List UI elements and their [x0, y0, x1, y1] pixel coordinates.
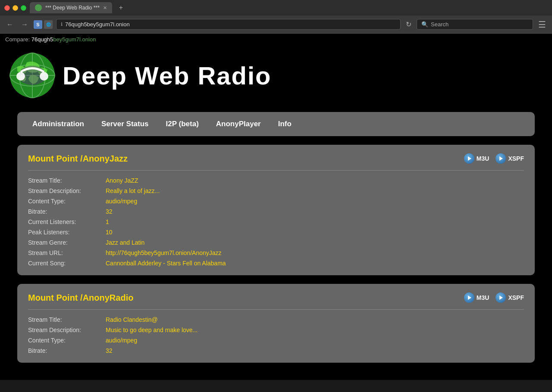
lock-icon: ℹ — [61, 22, 63, 27]
browser-chrome: *** Deep Web Radio *** ✕ + ← → S 🌐 ℹ 76q… — [0, 0, 552, 34]
back-button[interactable]: ← — [4, 19, 16, 30]
label-stream-title-2: Stream Title: — [28, 316, 106, 323]
compare-tld: .onion — [81, 36, 96, 43]
browser-tab[interactable]: *** Deep Web Radio *** ✕ — [30, 2, 112, 13]
mount-title-1: Mount Point /AnonyJazz — [28, 154, 128, 164]
label-stream-desc-1: Stream Description: — [28, 187, 106, 194]
value-bitrate-2: 32 — [106, 347, 113, 354]
nav-link-server-status[interactable]: Server Status — [93, 112, 157, 136]
value-content-type-2: audio/mpeg — [106, 337, 137, 344]
mount-divider-1 — [28, 170, 524, 171]
value-current-listeners-1: 1 — [106, 218, 109, 225]
m3u-label-1: M3U — [477, 155, 489, 162]
globe-icon — [9, 52, 56, 99]
plugin-icons: S 🌐 — [34, 20, 53, 29]
value-bitrate-1: 32 — [106, 208, 113, 215]
mount-links-1: M3U XSPF — [464, 153, 524, 164]
tab-favicon — [35, 4, 42, 11]
play-icon-xspf-1 — [496, 153, 506, 164]
info-row-stream-genre-1: Stream Genre: Jazz and Latin — [28, 239, 524, 246]
maximize-button[interactable] — [21, 5, 26, 11]
xspf-link-1[interactable]: XSPF — [496, 153, 524, 164]
nav-link-info[interactable]: Info — [270, 112, 300, 136]
label-current-song-1: Current Song: — [28, 260, 106, 267]
value-stream-genre-1: Jazz and Latin — [106, 239, 144, 246]
tab-title: *** Deep Web Radio *** — [45, 5, 100, 11]
tab-close-button[interactable]: ✕ — [103, 5, 107, 11]
close-button[interactable] — [4, 5, 10, 11]
xspf-label-2: XSPF — [508, 294, 524, 301]
value-content-type-1: audio/mpeg — [106, 198, 137, 205]
info-row-bitrate-2: Bitrate: 32 — [28, 347, 524, 354]
browser-toolbar: ← → S 🌐 ℹ 76qugh5bey5gum7l.onion ↻ 🔍 Sea… — [0, 16, 552, 34]
play-icon-xspf-2 — [496, 292, 506, 303]
svg-point-6 — [40, 72, 48, 81]
info-row-current-song-1: Current Song: Cannonball Adderley - Star… — [28, 260, 524, 267]
plugin-icon-2[interactable]: 🌐 — [44, 20, 53, 29]
label-stream-genre-1: Stream Genre: — [28, 239, 106, 246]
forward-button[interactable]: → — [19, 19, 30, 30]
label-bitrate-1: Bitrate: — [28, 208, 106, 215]
info-row-peak-listeners-1: Peak Listeners: 10 — [28, 229, 524, 236]
site-nav: Administration Server Status I2P (beta) … — [17, 112, 535, 136]
value-stream-desc-2: Music to go deep and make love... — [106, 327, 198, 333]
value-stream-title-2: Radio Clandestin@ — [106, 316, 158, 323]
stream-info-2: Stream Title: Radio Clandestin@ Stream D… — [28, 316, 524, 354]
label-content-type-2: Content Type: — [28, 337, 106, 344]
browser-titlebar: *** Deep Web Radio *** ✕ + — [0, 0, 552, 16]
info-row-stream-title-2: Stream Title: Radio Clandestin@ — [28, 316, 524, 323]
traffic-lights — [4, 5, 26, 11]
info-row-stream-title-1: Stream Title: Anony JaZZ — [28, 177, 524, 184]
compare-bar: Compare: 76qugh5bey5gum7l.onion — [0, 34, 552, 45]
label-peak-listeners-1: Peak Listeners: — [28, 229, 106, 236]
play-icon-m3u-2 — [464, 292, 474, 303]
mount-links-2: M3U XSPF — [464, 292, 524, 303]
info-row-stream-desc-2: Stream Description: Music to go deep and… — [28, 327, 524, 333]
stream-info-1: Stream Title: Anony JaZZ Stream Descript… — [28, 177, 524, 267]
m3u-link-1[interactable]: M3U — [464, 153, 489, 164]
hamburger-menu-button[interactable]: ☰ — [536, 19, 548, 30]
stream-url-link-1[interactable]: http://76qugh5bey5gum7l.onion/AnonyJazz — [106, 249, 222, 256]
plugin-icon-1[interactable]: S — [34, 20, 42, 29]
value-stream-title-1: Anony JaZZ — [106, 177, 138, 184]
reload-button[interactable]: ↻ — [404, 20, 413, 28]
svg-point-5 — [16, 72, 25, 81]
xspf-link-2[interactable]: XSPF — [496, 292, 524, 303]
compare-domain: 76qugh5bey5gum7l.onion — [31, 36, 96, 43]
info-row-stream-desc-1: Stream Description: Really a lot of jazz… — [28, 187, 524, 194]
mount-card-anony-jazz: Mount Point /AnonyJazz M3U XSPF Stream T… — [17, 145, 535, 275]
site-header: Deep Web Radio — [0, 45, 552, 108]
new-tab-button[interactable]: + — [116, 4, 126, 12]
value-peak-listeners-1: 10 — [106, 229, 113, 236]
label-stream-title-1: Stream Title: — [28, 177, 106, 184]
mount-card-anony-radio: Mount Point /AnonyRadio M3U XSPF Stream … — [17, 284, 535, 363]
info-row-stream-url-1: Stream URL: http://76qugh5bey5gum7l.onio… — [28, 249, 524, 256]
m3u-link-2[interactable]: M3U — [464, 292, 489, 303]
search-bar-container[interactable]: 🔍 Search — [417, 19, 533, 30]
label-stream-desc-2: Stream Description: — [28, 327, 106, 333]
m3u-label-2: M3U — [477, 294, 489, 301]
compare-domain-bold: bey5gum7l — [53, 36, 81, 43]
label-bitrate-2: Bitrate: — [28, 347, 106, 354]
value-stream-desc-1: Really a lot of jazz... — [106, 187, 160, 194]
nav-inner: Administration Server Status I2P (beta) … — [17, 112, 535, 136]
minimize-button[interactable] — [13, 5, 18, 11]
search-icon: 🔍 — [421, 21, 428, 28]
value-stream-url-1[interactable]: http://76qugh5bey5gum7l.onion/AnonyJazz — [106, 249, 222, 256]
search-placeholder: Search — [431, 21, 448, 28]
label-current-listeners-1: Current Listeners: — [28, 218, 106, 225]
site-title: Deep Web Radio — [63, 61, 272, 90]
compare-label: Compare: — [5, 36, 30, 43]
site-logo — [9, 52, 56, 99]
info-row-current-listeners-1: Current Listeners: 1 — [28, 218, 524, 225]
page-content: Compare: 76qugh5bey5gum7l.onion — [0, 34, 552, 380]
label-stream-url-1: Stream URL: — [28, 249, 106, 256]
address-bar[interactable]: ℹ 76qugh5bey5gum7l.onion — [56, 19, 401, 30]
mount-header-1: Mount Point /AnonyJazz M3U XSPF — [28, 153, 524, 164]
play-icon-m3u-1 — [464, 153, 474, 164]
nav-link-anonyplayer[interactable]: AnonyPlayer — [207, 112, 270, 136]
info-row-content-type-2: Content Type: audio/mpeg — [28, 337, 524, 344]
nav-link-i2p[interactable]: I2P (beta) — [157, 112, 207, 136]
value-current-song-1: Cannonball Adderley - Stars Fell on Alab… — [106, 260, 226, 267]
nav-link-administration[interactable]: Administration — [24, 112, 93, 136]
